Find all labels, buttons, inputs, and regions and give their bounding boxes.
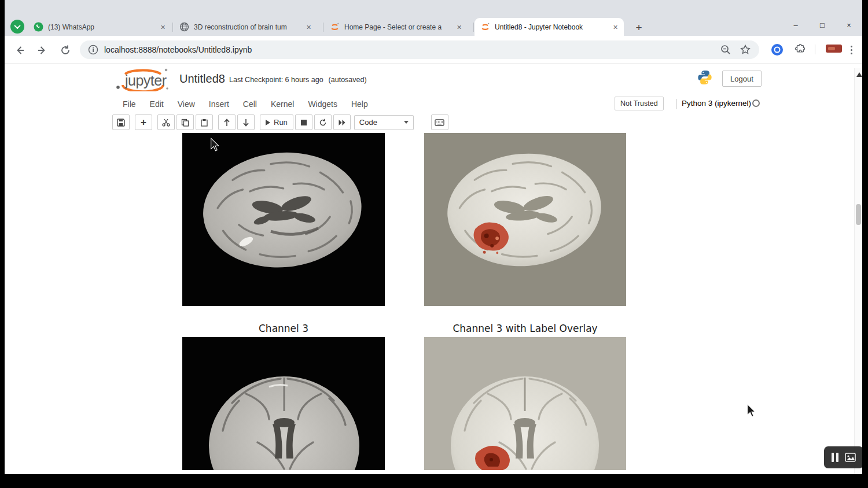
brain-mri-channel3-image <box>182 337 385 470</box>
close-tab-icon[interactable]: × <box>454 22 464 32</box>
back-button[interactable] <box>12 42 28 58</box>
stop-icon <box>301 120 307 125</box>
restart-kernel-button[interactable] <box>314 114 332 130</box>
figure-title-channel3: Channel 3 <box>182 323 385 338</box>
menu-bar: File Edit View Insert Cell Kernel Widget… <box>5 94 862 113</box>
menu-kernel[interactable]: Kernel <box>264 99 301 109</box>
toolbar-divider <box>815 45 815 54</box>
restart-run-all-button[interactable] <box>333 114 351 130</box>
brain-mri-label-overlay-image <box>424 133 626 306</box>
whatsapp-icon <box>34 22 43 32</box>
zoom-icon[interactable] <box>720 44 731 56</box>
run-label: Run <box>274 118 288 127</box>
figure-channel3-overlay <box>424 337 626 470</box>
bookmark-star-icon[interactable] <box>740 44 751 56</box>
mouse-cursor <box>745 404 757 417</box>
extension-icon-red[interactable] <box>825 43 843 54</box>
extension-icon-blue[interactable] <box>771 43 784 56</box>
interrupt-kernel-button[interactable] <box>295 114 312 130</box>
tab-title: 3D reconstruction of brain tum <box>194 23 304 31</box>
cell-type-value: Code <box>359 118 377 127</box>
chrome-menu-kebab-icon[interactable] <box>848 43 855 57</box>
tab-3d-reconstruction[interactable]: 3D reconstruction of brain tum × <box>174 18 317 36</box>
cut-cell-button[interactable] <box>157 114 175 130</box>
pause-icon[interactable] <box>832 453 838 462</box>
menu-cell[interactable]: Cell <box>236 99 264 109</box>
kernel-idle-icon <box>752 99 760 107</box>
menu-view[interactable]: View <box>171 99 202 109</box>
globe-icon <box>179 22 189 32</box>
new-tab-button[interactable]: + <box>631 20 647 36</box>
chevron-down-icon <box>404 121 409 124</box>
site-info-icon[interactable] <box>88 45 98 55</box>
recorder-overlay <box>824 446 862 468</box>
url-text: localhost:8888/notebooks/Untitled8.ipynb <box>104 45 712 54</box>
maximize-button[interactable]: □ <box>809 15 836 35</box>
cell-type-select[interactable]: Code <box>354 115 414 130</box>
notebook-toolbar: + <box>5 114 862 133</box>
tab-separator <box>323 23 323 32</box>
scroll-up-arrow-icon[interactable] <box>856 72 862 77</box>
extensions-puzzle-icon[interactable] <box>794 43 807 56</box>
chevron-down-icon <box>14 23 20 29</box>
address-bar: localhost:8888/notebooks/Untitled8.ipynb <box>5 36 862 64</box>
save-button[interactable] <box>112 114 130 130</box>
divider <box>676 99 676 109</box>
figure-title-channel3-overlay: Channel 3 with Label Overlay <box>424 323 626 338</box>
command-palette-button[interactable] <box>431 114 448 130</box>
tab-title: Untitled8 - Jupyter Notebook <box>495 23 610 31</box>
mouse-cursor <box>208 138 221 151</box>
tab-separator <box>172 23 173 32</box>
figure-channel3 <box>182 337 385 470</box>
kernel-name: Python 3 (ipykernel) <box>682 99 751 108</box>
tab-strip: (13) WhatsApp × 3D reconstruction of bra… <box>5 0 862 36</box>
checkpoint-status: Last Checkpoint: 6 hours ago(autosaved) <box>229 76 372 84</box>
tab-separator <box>473 23 474 32</box>
window-controls: – □ × <box>782 15 862 35</box>
jupyter-notebook-page: jupyter Untitled8 Last Checkpoint: 6 hou… <box>5 64 862 474</box>
menu-help[interactable]: Help <box>344 99 375 109</box>
jupyter-logo-text: jupyter <box>125 72 167 89</box>
forward-button[interactable] <box>34 42 50 58</box>
paste-cell-button[interactable] <box>196 114 213 130</box>
reload-button[interactable] <box>57 42 73 58</box>
menu-file[interactable]: File <box>116 99 143 109</box>
tab-search-chevron-icon[interactable] <box>10 20 24 34</box>
notebook-title[interactable]: Untitled8 <box>179 72 225 86</box>
close-window-button[interactable]: × <box>836 15 862 35</box>
brain-mri-channel3-label-overlay-image <box>424 337 626 470</box>
scrollbar-thumb[interactable] <box>856 204 861 225</box>
logout-button[interactable]: Logout <box>722 71 762 87</box>
menu-insert[interactable]: Insert <box>202 99 236 109</box>
jupyter-icon <box>480 22 490 32</box>
minimize-button[interactable]: – <box>782 15 809 35</box>
jupyter-logo[interactable]: jupyter <box>110 67 175 91</box>
add-cell-button[interactable]: + <box>135 114 152 130</box>
close-tab-icon[interactable]: × <box>610 22 620 32</box>
tab-jupyter-home[interactable]: Home Page - Select or create a × <box>324 18 468 36</box>
tab-untitled8-notebook[interactable]: Untitled8 - Jupyter Notebook × <box>475 18 624 36</box>
close-tab-icon[interactable]: × <box>158 22 168 32</box>
checkpoint-text: Last Checkpoint: 6 hours ago <box>229 76 323 84</box>
run-button[interactable]: Run <box>260 114 293 130</box>
screenshot-icon[interactable] <box>845 453 856 462</box>
play-icon <box>266 120 270 125</box>
browser-window: (13) WhatsApp × 3D reconstruction of bra… <box>5 0 862 474</box>
figure-mri-axial <box>182 133 385 306</box>
autosave-text: (autosaved) <box>329 76 367 84</box>
close-tab-icon[interactable]: × <box>304 22 314 32</box>
trust-status-badge[interactable]: Not Trusted <box>615 97 664 110</box>
figure-mri-axial-overlay <box>424 133 626 306</box>
tab-title: Home Page - Select or create a <box>344 23 454 31</box>
vertical-scrollbar[interactable] <box>854 68 862 474</box>
move-cell-down-button[interactable] <box>237 114 255 130</box>
move-cell-up-button[interactable] <box>218 114 236 130</box>
copy-cell-button[interactable] <box>176 114 194 130</box>
jupyter-icon <box>330 22 340 32</box>
tab-title: (13) WhatsApp <box>48 23 158 31</box>
menu-widgets[interactable]: Widgets <box>301 99 344 109</box>
brain-mri-image <box>182 133 385 306</box>
tab-whatsapp[interactable]: (13) WhatsApp × <box>28 18 171 36</box>
omnibox[interactable]: localhost:8888/notebooks/Untitled8.ipynb <box>80 40 759 59</box>
menu-edit[interactable]: Edit <box>143 99 171 109</box>
